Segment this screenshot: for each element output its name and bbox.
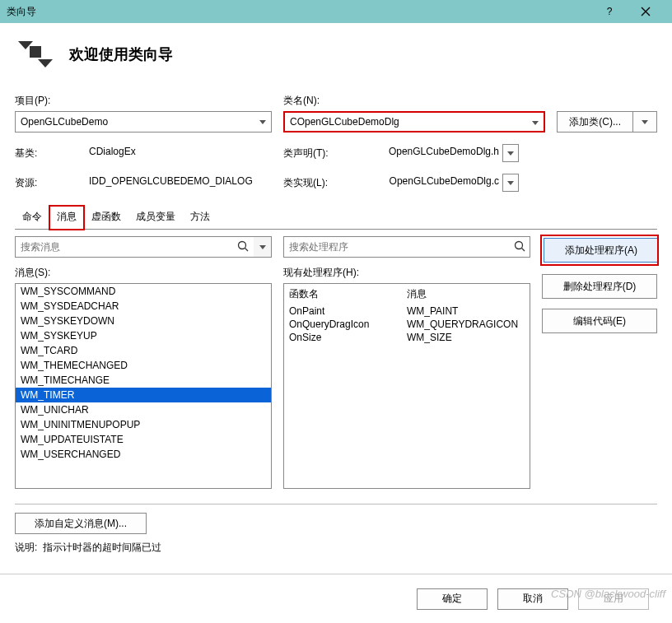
- search-messages-dropdown[interactable]: [254, 236, 272, 258]
- classdecl-value: OpenGLCubeDemoDlg.h: [361, 144, 499, 162]
- list-item[interactable]: WM_THEMECHANGED: [16, 358, 271, 373]
- description-text: 指示计时器的超时间隔已过: [43, 542, 161, 553]
- wizard-logo-icon: [15, 35, 54, 74]
- ok-button[interactable]: 确定: [417, 588, 488, 610]
- svg-line-4: [245, 249, 249, 252]
- svg-line-6: [522, 249, 525, 252]
- list-item[interactable]: WM_TCARD: [16, 343, 271, 358]
- handlers-listbox[interactable]: 函数名 消息 OnPaintWM_PAINTOnQueryDragIconWM_…: [283, 283, 530, 489]
- add-class-button[interactable]: 添加类(C)...: [557, 111, 633, 133]
- watermark: CSDN @blackwood-cliff: [551, 588, 665, 600]
- search-icon: [237, 240, 249, 254]
- tab-命令[interactable]: 命令: [15, 206, 49, 230]
- list-item[interactable]: WM_SYSKEYDOWN: [16, 314, 271, 328]
- messages-listbox[interactable]: WM_SYSCOMMANDWM_SYSDEADCHARWM_SYSKEYDOWN…: [15, 283, 272, 489]
- handler-row[interactable]: OnQueryDragIconWM_QUERYDRAGICON: [284, 318, 530, 331]
- close-icon: [641, 7, 651, 16]
- list-item[interactable]: WM_SYSKEYUP: [16, 328, 271, 343]
- search-icon: [514, 240, 525, 254]
- resource-value: IDD_OPENGLCUBEDEMO_DIALOG: [89, 174, 272, 192]
- edit-code-button[interactable]: 编辑代码(E): [542, 309, 657, 333]
- resource-label: 资源:: [15, 176, 89, 190]
- classimpl-value: OpenGLCubeDemoDlg.c: [361, 174, 499, 192]
- project-value: OpenGLCubeDemo: [21, 116, 108, 128]
- classimpl-label: 类实现(L):: [283, 176, 357, 190]
- baseclass-label: 基类:: [15, 146, 89, 160]
- window-title: 类向导: [7, 5, 593, 19]
- tab-strip: 命令消息虚函数成员变量方法: [15, 205, 657, 229]
- add-custom-message-button[interactable]: 添加自定义消息(M)...: [15, 513, 147, 534]
- classimpl-dropdown[interactable]: [502, 174, 519, 192]
- classname-label: 类名(N):: [283, 94, 545, 108]
- list-item[interactable]: WM_TIMECHANGE: [16, 373, 271, 388]
- handlers-list-label: 现有处理程序(H):: [283, 266, 530, 280]
- delete-handler-button[interactable]: 删除处理程序(D): [542, 274, 657, 299]
- search-handlers-input[interactable]: [283, 236, 530, 258]
- classname-value: COpenGLCubeDemoDlg: [290, 116, 399, 128]
- svg-rect-1: [30, 46, 41, 58]
- classdecl-dropdown[interactable]: [502, 144, 519, 162]
- messages-list-label: 消息(S):: [15, 266, 272, 280]
- classdecl-label: 类声明(T):: [283, 146, 357, 160]
- search-messages-input[interactable]: [15, 236, 272, 258]
- svg-point-3: [239, 242, 246, 249]
- list-item[interactable]: WM_USERCHANGED: [16, 447, 271, 462]
- list-item[interactable]: WM_SYSCOMMAND: [16, 284, 271, 299]
- list-item[interactable]: WM_UNINITMENUPOPUP: [16, 417, 271, 432]
- add-class-dropdown[interactable]: [633, 111, 657, 133]
- list-item[interactable]: WM_UPDATEUISTATE: [16, 432, 271, 447]
- header: 欢迎使用类向导: [15, 35, 657, 74]
- tab-消息[interactable]: 消息: [49, 206, 84, 230]
- handlers-col-func: 函数名: [289, 287, 407, 301]
- help-button[interactable]: ?: [593, 0, 626, 23]
- project-label: 项目(P):: [15, 94, 272, 108]
- description-row: 说明: 指示计时器的超时间隔已过: [15, 541, 657, 555]
- handler-row[interactable]: OnPaintWM_PAINT: [284, 305, 530, 318]
- welcome-title: 欢迎使用类向导: [69, 44, 173, 64]
- tab-虚函数[interactable]: 虚函数: [84, 206, 128, 230]
- handler-row[interactable]: OnSizeWM_SIZE: [284, 331, 530, 344]
- add-handler-button[interactable]: 添加处理程序(A): [544, 238, 659, 263]
- list-item[interactable]: WM_UNICHAR: [16, 402, 271, 417]
- tab-成员变量[interactable]: 成员变量: [128, 206, 183, 230]
- svg-point-5: [516, 242, 523, 249]
- baseclass-value: CDialogEx: [89, 144, 272, 162]
- tab-方法[interactable]: 方法: [183, 206, 217, 230]
- classname-select[interactable]: COpenGLCubeDemoDlg: [283, 111, 545, 133]
- svg-marker-2: [38, 59, 53, 67]
- handlers-col-msg: 消息: [407, 287, 525, 301]
- close-button[interactable]: [626, 0, 665, 23]
- list-item[interactable]: WM_TIMER: [16, 388, 271, 402]
- titlebar: 类向导 ?: [0, 0, 672, 23]
- project-select[interactable]: OpenGLCubeDemo: [15, 111, 272, 133]
- list-item[interactable]: WM_SYSDEADCHAR: [16, 299, 271, 314]
